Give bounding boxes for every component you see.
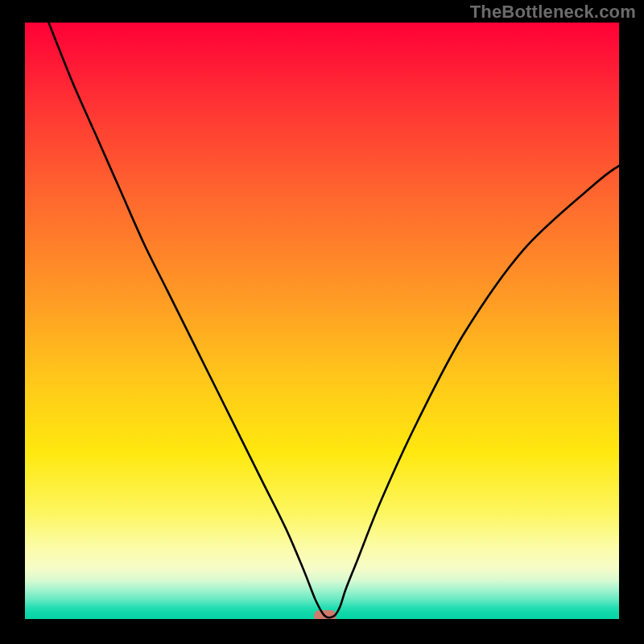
plot-area bbox=[25, 23, 619, 619]
curve-path bbox=[49, 23, 620, 617]
chart-frame: TheBottleneck.com bbox=[0, 0, 644, 644]
bottleneck-curve bbox=[25, 23, 619, 619]
watermark-text: TheBottleneck.com bbox=[470, 2, 636, 23]
